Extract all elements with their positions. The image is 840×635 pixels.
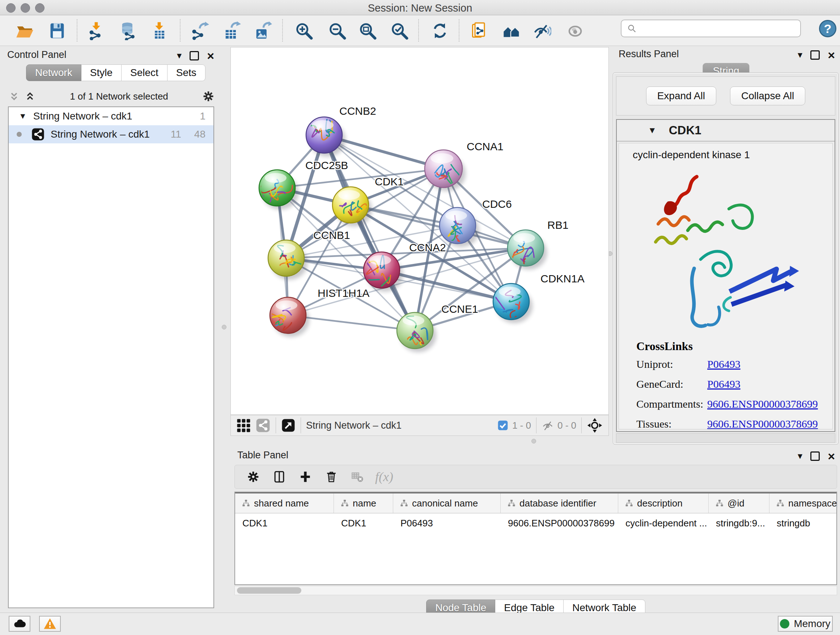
control-panel-title: Control Panel — [7, 49, 66, 60]
table-cell: stringdb — [769, 513, 837, 533]
left-splitter-handle[interactable] — [222, 325, 226, 329]
zoom-selected-button[interactable] — [389, 21, 409, 41]
table-settings-gear-icon[interactable] — [245, 469, 262, 485]
search-input[interactable] — [641, 21, 800, 36]
expand-all-button[interactable]: Expand All — [646, 87, 716, 105]
network-canvas[interactable]: CCNB2CCNA1CDC25BCDK1CDC6RB1CCNB1CCNA2CDK… — [231, 48, 608, 415]
network-options-gear-icon[interactable] — [202, 90, 215, 103]
control-panel: Control Panel ▾ × Network Style Select S… — [3, 48, 218, 610]
memory-button[interactable]: Memory — [778, 616, 833, 632]
search-field[interactable] — [621, 19, 801, 37]
warnings-button[interactable] — [39, 616, 61, 632]
tab-select[interactable]: Select — [122, 65, 167, 81]
panel-menu-icon[interactable]: ▾ — [798, 450, 802, 462]
close-panel-icon[interactable]: × — [828, 50, 835, 60]
toolbar-separator — [459, 19, 459, 42]
crosslink-row: GeneCard:P06493 — [636, 378, 832, 390]
svg-text:CDC25B: CDC25B — [305, 159, 348, 171]
grid-view-icon[interactable] — [236, 418, 251, 433]
column-header-namespace[interactable]: namespace — [769, 494, 837, 513]
float-panel-icon[interactable] — [810, 50, 820, 60]
delete-table-icon[interactable] — [349, 469, 366, 485]
zoom-fit-button[interactable] — [357, 21, 378, 41]
crosslink-label: Tissues: — [636, 418, 707, 429]
column-header-canonical-name[interactable]: canonical name — [393, 494, 501, 513]
fit-selected-crosshair-icon[interactable] — [587, 417, 603, 433]
column-header-description[interactable]: description — [618, 494, 709, 513]
float-panel-icon[interactable] — [189, 51, 199, 60]
network-node-HIST1H1A[interactable]: HIST1H1A — [265, 287, 369, 337]
network-node-RB1[interactable]: RB1 — [508, 219, 568, 270]
show-graphics-details-button[interactable] — [565, 21, 585, 41]
panel-menu-icon[interactable]: ▾ — [177, 50, 182, 61]
svg-text:CCNE1: CCNE1 — [441, 303, 478, 315]
tab-network[interactable]: Network — [26, 65, 81, 81]
network-node-CDKN1A[interactable]: CDKN1A — [491, 272, 584, 323]
export-image-button[interactable] — [253, 21, 273, 41]
table-hscrollbar[interactable] — [234, 586, 837, 595]
crosslink-link[interactable]: P06493 — [707, 378, 741, 390]
column-header--id[interactable]: @id — [709, 494, 769, 513]
save-session-button[interactable] — [47, 21, 67, 41]
collapse-gene-triangle-icon[interactable]: ▼ — [648, 125, 657, 135]
close-panel-icon[interactable]: × — [207, 51, 214, 60]
results-scrollbar[interactable] — [616, 433, 835, 443]
apply-layout-button[interactable] — [430, 21, 450, 41]
table-cell: CDK1 — [235, 513, 334, 533]
network-node-CCNB2[interactable]: CCNB2 — [306, 105, 376, 157]
show-columns-icon[interactable] — [271, 469, 287, 485]
help-button[interactable]: ? — [819, 20, 836, 37]
tab-sets[interactable]: Sets — [167, 65, 205, 81]
close-panel-icon[interactable]: × — [828, 451, 835, 461]
table-hscrollbar-thumb[interactable] — [237, 587, 302, 594]
network-edge-count: 48 — [194, 128, 205, 140]
panel-menu-icon[interactable]: ▾ — [798, 49, 802, 60]
crosslink-link[interactable]: 9606.ENSP00000378699 — [707, 398, 818, 410]
zoom-out-button[interactable] — [327, 21, 347, 41]
export-table-button[interactable] — [221, 21, 242, 41]
column-header-name[interactable]: name — [334, 494, 393, 513]
results-panel: Results Panel ▾ × String Expand All Coll… — [612, 47, 840, 447]
delete-column-trash-icon[interactable] — [323, 469, 340, 485]
hidden-eye-icon[interactable] — [542, 419, 554, 432]
network-selection-status: 1 of 1 Network selected — [36, 91, 202, 102]
collapse-all-button[interactable]: Collapse All — [730, 87, 805, 105]
hide-graphics-details-button[interactable] — [532, 21, 552, 41]
column-header-database-identifier[interactable]: database identifier — [501, 494, 618, 513]
import-database-button[interactable] — [118, 21, 138, 41]
collapse-triangle-icon[interactable]: ▼ — [19, 111, 27, 121]
network-node-CCNA1[interactable]: CCNA1 — [425, 141, 504, 191]
export-to-web-button[interactable] — [470, 21, 490, 41]
crosslink-link[interactable]: 9606.ENSP00000378699 — [707, 418, 818, 429]
network-node-CCNB1[interactable]: CCNB1 — [268, 229, 350, 280]
tab-style[interactable]: Style — [81, 65, 122, 81]
svg-text:CDK1: CDK1 — [375, 176, 404, 187]
open-session-button[interactable] — [14, 21, 35, 41]
network-collection-row[interactable]: ▼ String Network – cdk1 1 — [9, 107, 213, 125]
zoom-in-button[interactable] — [294, 21, 314, 41]
toolbar-separator — [180, 19, 180, 42]
home-networks-button[interactable] — [501, 21, 522, 41]
table-cell: P06493 — [393, 513, 501, 533]
expand-all-networks-icon[interactable] — [24, 90, 36, 103]
import-table-button[interactable] — [149, 21, 169, 41]
network-view: CCNB2CCNA1CDC25BCDK1CDC6RB1CCNB1CCNA2CDK… — [231, 47, 609, 415]
import-network-button[interactable] — [86, 21, 106, 41]
birdseye-view-icon[interactable] — [281, 418, 295, 432]
export-network-button[interactable] — [189, 21, 210, 41]
network-view-mode-icon[interactable] — [256, 418, 271, 433]
column-header-shared-name[interactable]: shared name — [235, 494, 334, 513]
svg-text:CDC6: CDC6 — [482, 198, 512, 210]
float-panel-icon[interactable] — [810, 451, 820, 461]
bottom-splitter-handle[interactable] — [531, 439, 536, 443]
table-row[interactable]: CDK1CDK1P064939606.ENSP00000378699cyclin… — [235, 513, 836, 533]
function-builder-button[interactable]: f(x) — [375, 469, 393, 485]
selected-checkbox-icon[interactable] — [497, 420, 508, 431]
cloud-status-button[interactable] — [9, 616, 30, 632]
crosslink-link[interactable]: P06493 — [707, 358, 741, 371]
create-column-icon[interactable] — [297, 469, 314, 485]
svg-text:CCNB2: CCNB2 — [339, 105, 376, 117]
network-row[interactable]: String Network – cdk1 11 48 — [9, 125, 213, 143]
network-node-CCNE1[interactable]: CCNE1 — [397, 303, 478, 358]
collapse-all-networks-icon[interactable] — [8, 90, 20, 103]
